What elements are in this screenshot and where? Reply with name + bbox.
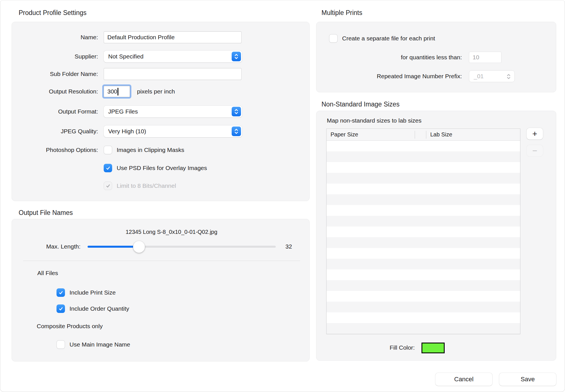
- checkbox-label: Images in Clipping Masks: [117, 147, 184, 153]
- checkbox-box: [56, 340, 65, 349]
- checkbox-include-order-quantity[interactable]: Include Order Quantity: [56, 304, 129, 313]
- format-dropdown[interactable]: JPEG Files: [104, 106, 242, 117]
- composite-products-label: Composite Products only: [37, 323, 103, 330]
- column-header-lab-size[interactable]: Lab Size: [426, 131, 452, 138]
- checkbox-box: [104, 182, 112, 190]
- filenames-section-title: Output File Names: [19, 209, 73, 217]
- filenames-panel: 12345 Long S-8_0x10_0-01-Q02.jpg Max. Le…: [12, 219, 310, 361]
- checkbox-create-separate-file[interactable]: Create a separate file for each print: [329, 34, 435, 43]
- checkbox-limit-8-bits: Limit to 8 Bits/Channel: [104, 182, 176, 190]
- profile-panel: Name: Default Production Profile Supplie…: [12, 22, 310, 201]
- checkbox-box: [104, 164, 112, 172]
- multiple-prints-section-title: Multiple Prints: [321, 9, 362, 17]
- checkbox-use-psd-files[interactable]: Use PSD Files for Overlay Images: [104, 164, 207, 172]
- multiple-prints-panel: Create a separate file for each print fo…: [316, 22, 556, 92]
- add-size-button[interactable]: +: [527, 128, 543, 140]
- prefix-stepper-value: _01: [474, 73, 484, 80]
- subfolder-label: Sub Folder Name:: [12, 71, 98, 77]
- quality-dropdown[interactable]: Very High (10): [104, 125, 242, 137]
- prefix-stepper: _01: [469, 70, 515, 82]
- fill-color-label: Fill Color:: [358, 344, 415, 351]
- map-sizes-subtitle: Map non-standard sizes to lab sizes: [327, 117, 421, 124]
- quantities-input-value: 10: [473, 54, 479, 61]
- format-dropdown-value: JPEG Files: [108, 108, 138, 115]
- all-files-label: All Files: [37, 270, 58, 276]
- checkbox-label: Include Order Quantity: [69, 305, 129, 312]
- max-length-value: 32: [279, 243, 299, 250]
- resolution-input[interactable]: 300: [104, 86, 130, 97]
- example-filename: 12345 Long S-8_0x10_0-01-Q02.jpg: [80, 229, 263, 235]
- quality-label: JPEG Quality:: [12, 128, 98, 135]
- chevron-up-down-icon: [232, 52, 241, 61]
- checkbox-label: Include Print Size: [69, 289, 116, 296]
- divider: [23, 261, 300, 261]
- save-button-label: Save: [521, 376, 535, 383]
- column-header-paper-size[interactable]: Paper Size: [327, 131, 415, 138]
- nonstandard-panel: Map non-standard sizes to lab sizes Pape…: [316, 111, 556, 361]
- sizes-table-body[interactable]: [327, 141, 520, 334]
- checkbox-box: [56, 288, 65, 297]
- max-length-label: Max. Length:: [12, 243, 81, 250]
- quantities-input: 10: [469, 52, 501, 63]
- photoshop-options-label: Photoshop Options:: [12, 147, 98, 153]
- checkbox-label: Use PSD Files for Overlay Images: [117, 165, 207, 171]
- cancel-button-label: Cancel: [454, 376, 473, 383]
- name-input-value: Default Production Profile: [107, 34, 175, 41]
- format-label: Output Format:: [12, 108, 98, 115]
- supplier-dropdown[interactable]: Not Specified: [104, 51, 242, 62]
- name-input[interactable]: Default Production Profile: [104, 31, 242, 43]
- slider-fill: [88, 246, 139, 248]
- checkbox-use-main-image-name[interactable]: Use Main Image Name: [56, 340, 130, 349]
- chevron-up-down-icon: [232, 107, 241, 116]
- checkbox-label: Limit to 8 Bits/Channel: [117, 182, 176, 189]
- slider-thumb[interactable]: [133, 241, 145, 253]
- subfolder-input[interactable]: [104, 68, 242, 80]
- profile-section-title: Product Profile Settings: [19, 9, 86, 17]
- chevron-up-down-icon: [504, 72, 513, 81]
- name-label: Name:: [12, 34, 98, 41]
- chevron-up-down-icon: [232, 127, 241, 136]
- checkbox-label: Use Main Image Name: [69, 341, 130, 348]
- dialog-window: Product Profile Settings Name: Default P…: [0, 0, 565, 392]
- resolution-input-value: 300: [107, 88, 117, 95]
- plus-icon: +: [532, 129, 537, 139]
- column-separator[interactable]: [415, 131, 415, 139]
- cancel-button[interactable]: Cancel: [435, 373, 492, 386]
- remove-size-button: −: [527, 145, 543, 156]
- checkbox-box: [329, 34, 338, 43]
- resolution-label: Output Resolution:: [12, 88, 98, 95]
- text-caret: [118, 88, 118, 95]
- supplier-dropdown-value: Not Specified: [108, 53, 144, 60]
- nonstandard-section-title: Non-Standard Image Sizes: [321, 101, 399, 108]
- resolution-suffix: pixels per inch: [137, 88, 175, 95]
- checkbox-include-print-size[interactable]: Include Print Size: [56, 288, 116, 297]
- prefix-label: Repeated Image Number Prefix:: [316, 73, 462, 80]
- supplier-label: Supplier:: [12, 53, 98, 60]
- save-button[interactable]: Save: [499, 373, 556, 386]
- sizes-table-header: Paper Size Lab Size: [327, 129, 520, 141]
- checkbox-box: [56, 304, 65, 313]
- checkbox-box: [104, 146, 112, 154]
- quality-dropdown-value: Very High (10): [108, 128, 146, 135]
- quantities-label: for quantities less than:: [316, 54, 462, 61]
- checkbox-label: Create a separate file for each print: [342, 35, 435, 42]
- minus-icon: −: [532, 146, 537, 156]
- fill-color-swatch[interactable]: [421, 343, 445, 353]
- sizes-table[interactable]: Paper Size Lab Size: [326, 129, 520, 334]
- checkbox-images-in-clipping-masks[interactable]: Images in Clipping Masks: [104, 146, 184, 154]
